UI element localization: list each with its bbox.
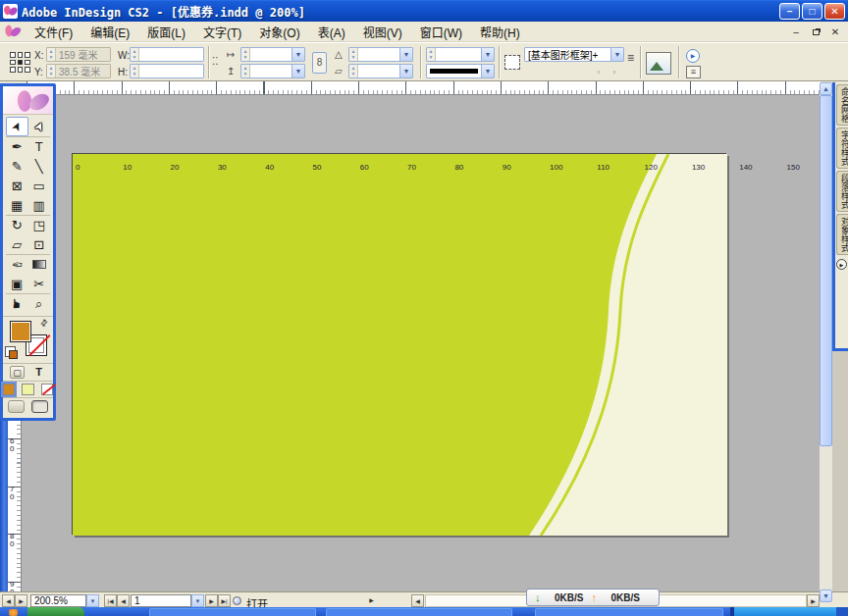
spin-arrows-icon[interactable]: ▲▼ xyxy=(131,65,139,77)
scroll-up-icon[interactable]: ▲ xyxy=(820,82,832,95)
dropdown-arrow-icon[interactable]: ▼ xyxy=(399,48,412,61)
menu-item[interactable]: 帮助(H) xyxy=(471,21,529,43)
apply-none-button[interactable] xyxy=(41,384,53,395)
image-import-icon[interactable] xyxy=(646,52,671,75)
rectangle-tool[interactable]: ▭ xyxy=(28,176,51,195)
dock-tab[interactable]: 对象样式 xyxy=(836,214,848,255)
spin-arrows-icon[interactable]: ▲▼ xyxy=(241,48,250,61)
y-position-field[interactable]: ▲▼ 38.5 毫米 xyxy=(46,64,111,78)
document-page[interactable] xyxy=(72,153,726,535)
spin-arrows-icon[interactable]: ▲▼ xyxy=(427,48,436,61)
palette-list-icon[interactable]: ≡ xyxy=(686,66,701,78)
frame-tool[interactable]: ⊠ xyxy=(6,176,28,195)
rotation-field[interactable]: ▲▼ ▼ xyxy=(348,47,413,62)
constrain-proportions-icon[interactable]: ⁚⁚ xyxy=(212,56,218,67)
width-field[interactable]: ▲▼ xyxy=(130,47,204,62)
style-menu-icon[interactable]: ≡ xyxy=(627,51,634,65)
page-dropdown-icon[interactable]: ▼ xyxy=(191,594,204,607)
start-button[interactable] xyxy=(27,607,84,616)
vertical-scrollbar[interactable]: ▲ ▼ xyxy=(820,82,832,602)
dropdown-arrow-icon[interactable]: ▼ xyxy=(292,65,304,77)
vertical-grid-tool[interactable]: ▥ xyxy=(28,195,51,215)
previous-page-icon[interactable]: ◀ xyxy=(117,594,130,607)
hand-tool[interactable]: ☛ xyxy=(6,293,28,313)
page-number-field[interactable]: 1 xyxy=(131,594,191,607)
status-scroll-right-icon[interactable]: ▶ xyxy=(15,594,27,607)
line-tool[interactable]: ╲ xyxy=(28,156,51,176)
clear-overrides-icon[interactable]: ▫ xyxy=(593,68,605,77)
horizontal-ruler[interactable]: 0102030405060708090100110120130140150 xyxy=(0,81,848,95)
status-expand-icon[interactable]: ▶ xyxy=(365,594,378,607)
pen-tool[interactable]: ✒ xyxy=(6,136,28,156)
apply-gradient-button[interactable] xyxy=(22,384,33,395)
x-position-field[interactable]: ▲▼ 159 毫米 xyxy=(46,47,111,62)
type-tool[interactable]: T xyxy=(28,136,51,156)
horizontal-grid-tool[interactable]: ▦ xyxy=(6,195,28,215)
normal-view-button[interactable] xyxy=(8,400,25,413)
dropdown-arrow-icon[interactable]: ▼ xyxy=(399,65,412,77)
stroke-weight-field[interactable]: ▲▼ ▼ xyxy=(426,47,495,62)
spin-arrows-icon[interactable]: ▲▼ xyxy=(47,65,56,77)
maximize-button[interactable]: □ xyxy=(802,3,822,20)
dock-tab[interactable]: 字符样式 xyxy=(836,128,848,169)
toolbox-header[interactable] xyxy=(3,86,53,115)
stroke-style-dropdown[interactable]: ▼ xyxy=(426,64,495,78)
scale-y-field[interactable]: ▲▼ ▼ xyxy=(240,64,305,78)
menu-item[interactable]: 表(A) xyxy=(309,21,354,43)
spin-arrows-icon[interactable]: ▲▼ xyxy=(241,65,250,77)
hscroll-left-icon[interactable]: ◀ xyxy=(411,594,424,607)
spin-arrows-icon[interactable]: ▲▼ xyxy=(349,48,358,61)
scissors-tool[interactable]: ✂ xyxy=(28,274,51,293)
taskbar-button[interactable] xyxy=(149,608,316,616)
spin-arrows-icon[interactable]: ▲▼ xyxy=(131,48,139,61)
status-scroll-left-icon[interactable]: ◀ xyxy=(2,594,15,607)
zoom-dropdown-icon[interactable]: ▼ xyxy=(86,594,99,607)
rotate-tool[interactable]: ↻ xyxy=(6,215,28,234)
quick-apply-icon[interactable]: ▫ xyxy=(609,68,620,77)
object-style-dropdown[interactable]: [基本图形框架]+ ▼ xyxy=(524,47,624,62)
shear-tool[interactable]: ▱ xyxy=(6,234,28,254)
zoom-level-field[interactable]: 200.5% xyxy=(30,594,86,607)
button-tool[interactable]: ▣ xyxy=(6,274,28,293)
direct-selection-tool[interactable]: ➤ xyxy=(28,117,51,136)
free-transform-tool[interactable]: ⊡ xyxy=(28,234,51,254)
spin-arrows-icon[interactable]: ▲▼ xyxy=(47,48,56,61)
shear-field[interactable]: ▲▼ ▼ xyxy=(348,64,413,78)
dock-tab[interactable]: 段落样式 xyxy=(836,171,848,212)
menu-item[interactable]: 文字(T) xyxy=(194,21,250,43)
scale-tool[interactable]: ◳ xyxy=(28,215,51,234)
formatting-affects-text-button[interactable]: T xyxy=(31,366,46,379)
taskbar-button[interactable] xyxy=(535,608,723,616)
zoom-tool[interactable]: ⌕ xyxy=(28,293,51,313)
menu-item[interactable]: 对象(O) xyxy=(250,21,308,43)
taskbar-button[interactable] xyxy=(326,608,512,616)
reference-point-proxy[interactable] xyxy=(10,52,30,73)
fill-swatch[interactable] xyxy=(10,321,31,342)
pencil-tool[interactable]: ✎ xyxy=(6,156,28,176)
last-page-icon[interactable]: ▶| xyxy=(218,594,231,607)
next-page-icon[interactable]: ▶ xyxy=(205,594,218,607)
menu-item[interactable]: 版面(L) xyxy=(138,21,194,43)
menu-item[interactable]: 文件(F) xyxy=(26,21,81,43)
hscroll-right-icon[interactable]: ▶ xyxy=(807,594,820,607)
dropdown-arrow-icon[interactable]: ▼ xyxy=(292,48,304,61)
constrain-link-button[interactable]: 8 xyxy=(312,52,327,74)
scale-x-field[interactable]: ▲▼ ▼ xyxy=(240,47,305,62)
document-restore-icon[interactable] xyxy=(809,26,822,38)
height-field[interactable]: ▲▼ xyxy=(130,64,204,78)
gradient-tool[interactable] xyxy=(28,254,51,274)
dock-tab[interactable]: 命名网格 xyxy=(836,84,848,126)
apply-color-button[interactable] xyxy=(3,384,15,395)
dropdown-arrow-icon[interactable]: ▼ xyxy=(481,48,494,61)
default-fill-stroke-icon[interactable] xyxy=(5,346,16,357)
menu-item[interactable]: 视图(V) xyxy=(354,21,411,43)
document-close-icon[interactable]: ✕ xyxy=(828,26,842,38)
menu-item[interactable]: 窗口(W) xyxy=(411,21,471,43)
close-button[interactable]: ✕ xyxy=(824,3,845,20)
selection-tool[interactable]: ➤ xyxy=(6,117,28,136)
dock-expand-icon[interactable]: ▶ xyxy=(836,259,847,270)
menu-item[interactable]: 编辑(E) xyxy=(81,21,138,43)
spin-arrows-icon[interactable]: ▲▼ xyxy=(349,65,358,77)
document-minimize-icon[interactable]: – xyxy=(789,26,803,38)
eyedropper-tool[interactable]: ✑ xyxy=(6,254,28,274)
